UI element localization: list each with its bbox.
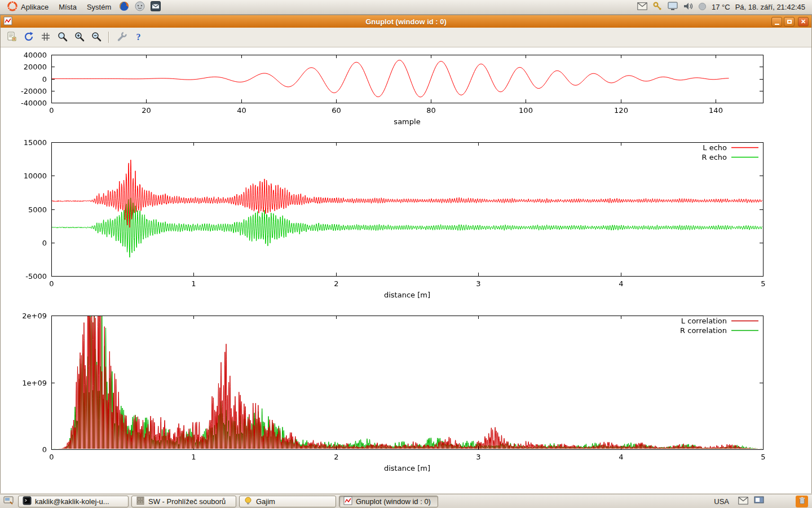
trash-applet[interactable] [796,496,808,507]
taskbar: kaklik@kaklik-kolej-u... SW - Prohlížeč … [0,494,812,508]
toolbar-separator [108,32,109,43]
trash-icon [798,496,806,506]
menu-applications-label: Aplikace [21,3,48,11]
autoscale-icon [91,31,102,44]
grid-icon [40,31,51,44]
menu-system-label: Systém [87,3,111,11]
messenger-launcher[interactable] [133,1,147,14]
help-button[interactable]: ? [131,30,146,45]
display-icon[interactable] [668,2,678,12]
taskbar-item-label: kaklik@kaklik-kolej-u... [35,497,109,506]
replot-button[interactable] [21,30,36,45]
terminal-icon [23,496,32,507]
copy-plot-button[interactable] [4,30,19,45]
titlebar[interactable]: Gnuplot (window id : 0) ✕ [1,15,811,28]
show-desktop-icon [3,496,14,507]
keyring-icon[interactable] [652,1,663,13]
messenger-icon [134,1,145,14]
zoom-previous-icon [57,31,68,44]
menu-system[interactable]: Systém [82,2,116,12]
configure-button[interactable] [114,30,129,45]
menu-applications[interactable]: Aplikace [2,0,53,15]
desktop: Aplikace Místa Systém [0,0,812,508]
panel-status-area: 17 °C Pá, 18. září, 21:42:45 [637,1,810,13]
maximize-icon [787,20,792,24]
copy-plot-icon [6,31,17,44]
mail-status-icon[interactable] [637,2,647,12]
taskbar-item-gajim[interactable]: Gajim [239,496,336,507]
gnuplot-icon [343,496,352,507]
taskbar-item-terminal[interactable]: kaklik@kaklik-kolej-u... [18,496,129,507]
weather-icon[interactable] [698,2,707,12]
close-button[interactable]: ✕ [798,17,809,27]
taskbar-item-file-manager[interactable]: SW - Prohlížeč souborů [131,496,236,507]
firefox-icon [118,1,130,14]
menu-places[interactable]: Místa [54,2,81,12]
temperature-label[interactable]: 17 °C [712,3,730,11]
gnuplot-canvas[interactable] [1,47,811,493]
firefox-launcher[interactable] [117,1,131,14]
wrench-icon [116,31,127,44]
window-toolbar: ? [1,28,811,47]
mail-client-icon [150,1,161,14]
taskbar-right-area: USA [710,496,810,507]
toggle-grid-button[interactable] [38,30,53,45]
menu-places-label: Místa [59,3,77,11]
taskbar-item-label: Gnuplot (window id : 0) [356,497,431,506]
volume-icon[interactable] [683,2,693,12]
mail-notifier-icon[interactable] [738,497,748,506]
plot-client-area [1,47,811,493]
maximize-button[interactable] [784,17,795,27]
zoom-previous-button[interactable] [55,30,70,45]
help-icon: ? [136,32,141,42]
taskbar-item-label: Gajim [256,497,275,506]
gajim-icon [244,496,253,507]
clock[interactable]: Pá, 18. září, 21:42:45 [735,3,805,11]
zoom-next-button[interactable] [72,30,87,45]
taskbar-item-gnuplot[interactable]: Gnuplot (window id : 0) [339,496,438,507]
show-desktop-button[interactable] [2,496,15,507]
file-manager-icon [136,496,145,507]
window-title: Gnuplot (window id : 0) [1,17,811,26]
keyboard-layout-indicator[interactable]: USA [710,496,732,507]
minimize-button[interactable] [771,17,782,27]
top-panel: Aplikace Místa Systém [0,0,812,15]
replot-icon [23,31,34,44]
mail-client-launcher[interactable] [148,1,163,14]
taskbar-item-label: SW - Prohlížeč souborů [148,497,226,506]
zoom-next-icon [74,31,85,44]
minimize-icon [775,24,779,25]
gnuplot-window: Gnuplot (window id : 0) ✕ [0,15,812,493]
close-icon: ✕ [801,19,806,25]
workspace-icon[interactable] [754,496,764,506]
window-controls: ✕ [771,17,809,27]
ubuntu-logo-icon [7,1,18,14]
autoscale-button[interactable] [89,30,104,45]
